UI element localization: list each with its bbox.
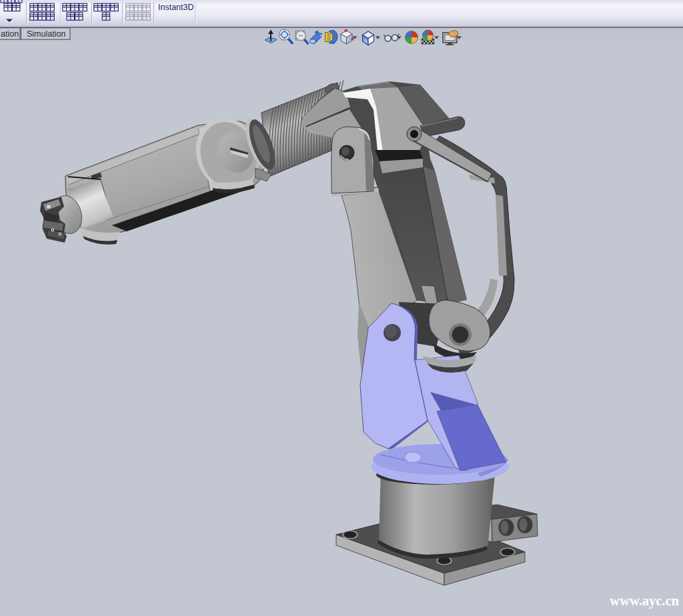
svg-text:ation: ation xyxy=(1,29,19,39)
svg-text:www.ayc.cn: www.ayc.cn xyxy=(610,593,679,609)
svg-text:Simulation: Simulation xyxy=(27,29,65,39)
svg-text:Instant3D: Instant3D xyxy=(158,3,194,12)
